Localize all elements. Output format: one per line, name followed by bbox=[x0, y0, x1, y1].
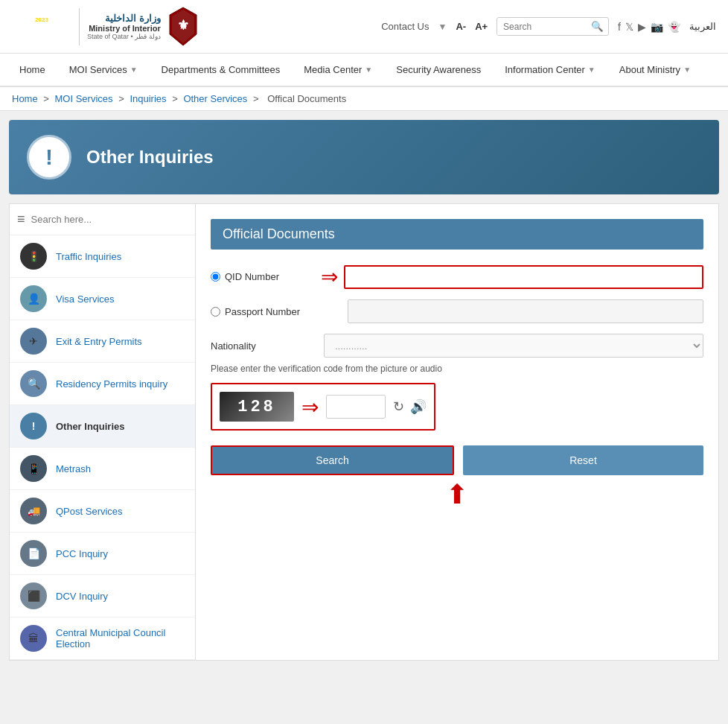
nav-security-awareness[interactable]: Security Awareness bbox=[384, 54, 493, 86]
moi-logo-text: وزارة الداخلية Ministry of Interior Stat… bbox=[87, 13, 161, 40]
twitter-icon[interactable]: 𝕏 bbox=[625, 21, 633, 33]
breadcrumb-home[interactable]: Home bbox=[12, 93, 38, 104]
nationality-select[interactable]: ............ bbox=[324, 334, 703, 358]
sidebar-item-metrash[interactable]: 📱 Metrash bbox=[10, 448, 195, 490]
nav-information-center[interactable]: Information Center ▼ bbox=[493, 54, 607, 86]
breadcrumb-other-services[interactable]: Other Services bbox=[183, 93, 247, 104]
search-button[interactable]: Search bbox=[211, 445, 454, 475]
nav-arrow-moi: ▼ bbox=[130, 66, 138, 74]
youtube-icon[interactable]: ▶ bbox=[638, 21, 646, 33]
nav-about-ministry[interactable]: About Ministry ▼ bbox=[607, 54, 703, 86]
breadcrumb-inquiries[interactable]: Inquiries bbox=[130, 93, 166, 104]
pcc-icon: 📄 bbox=[20, 540, 47, 567]
breadcrumb-sep-3: > bbox=[172, 93, 180, 104]
snapchat-icon[interactable]: 👻 bbox=[668, 21, 680, 33]
sidebar-item-pcc[interactable]: 📄 PCC Inquiry bbox=[10, 533, 195, 575]
captcha-arrow-icon: ⇒ bbox=[301, 395, 319, 419]
top-search-button[interactable]: 🔍 bbox=[587, 18, 608, 35]
qpost-icon: 🚚 bbox=[20, 498, 47, 524]
button-row: Search Reset bbox=[211, 445, 703, 475]
font-decrease-button[interactable]: A- bbox=[456, 21, 466, 32]
qid-label-text: QID Number bbox=[225, 271, 279, 282]
exclamation-icon: ! bbox=[45, 145, 53, 170]
top-bar: EXPO 2023 DOHA QATAR الدوحة قطر وزارة ال… bbox=[0, 0, 728, 54]
breadcrumb: Home > MOI Services > Inquiries > Other … bbox=[0, 87, 728, 111]
passport-radio-label[interactable]: Passport Number bbox=[211, 306, 315, 317]
sidebar-label-other: Other Inquiries bbox=[56, 421, 124, 432]
exit-icon: ✈ bbox=[20, 328, 47, 355]
traffic-icon: 🚦 bbox=[20, 243, 47, 270]
nav-moi-services[interactable]: MOI Services ▼ bbox=[57, 54, 150, 86]
sidebar-search-input[interactable] bbox=[31, 214, 188, 225]
sidebar-item-qpost[interactable]: 🚚 QPost Services bbox=[10, 490, 195, 533]
breadcrumb-moi-services[interactable]: MOI Services bbox=[55, 93, 113, 104]
hamburger-icon[interactable]: ≡ bbox=[17, 212, 25, 227]
top-search-bar: 🔍 bbox=[496, 17, 609, 36]
passport-input[interactable] bbox=[348, 299, 703, 323]
residency-icon: 🔍 bbox=[20, 370, 47, 397]
form-title: Official Documents bbox=[211, 219, 703, 250]
qid-radio-label[interactable]: QID Number bbox=[211, 271, 315, 282]
nav-arrow-media: ▼ bbox=[365, 66, 372, 74]
passport-label-text: Passport Number bbox=[225, 306, 300, 317]
sidebar-label-qpost: QPost Services bbox=[56, 506, 123, 517]
sidebar-search-row: ≡ bbox=[10, 204, 195, 235]
reset-button[interactable]: Reset bbox=[463, 445, 703, 475]
banner-icon: ! bbox=[27, 135, 71, 180]
arrow-down-icon: ▼ bbox=[438, 22, 447, 32]
sidebar-item-traffic[interactable]: 🚦 Traffic Inquiries bbox=[10, 235, 195, 278]
verification-note: Please enter the verification code from … bbox=[211, 363, 703, 374]
main-content: ≡ 🚦 Traffic Inquiries 👤 Visa Services ✈ … bbox=[9, 203, 719, 661]
nav-home[interactable]: Home bbox=[7, 54, 57, 86]
dcv-icon: ⬛ bbox=[20, 582, 47, 609]
logo-area: EXPO 2023 DOHA QATAR الدوحة قطر وزارة ال… bbox=[12, 6, 200, 47]
contact-us-link[interactable]: Contact Us bbox=[381, 21, 429, 32]
breadcrumb-sep-1: > bbox=[43, 93, 51, 104]
captcha-image: 128 bbox=[220, 392, 294, 422]
instagram-icon[interactable]: 📷 bbox=[651, 21, 663, 33]
nationality-label: Nationality bbox=[211, 340, 315, 352]
sidebar-label-metrash: Metrash bbox=[56, 463, 91, 474]
qid-input[interactable] bbox=[344, 265, 703, 289]
passport-radio[interactable] bbox=[211, 307, 220, 317]
form-area: Official Documents QID Number ⇒ Passport… bbox=[196, 204, 718, 660]
banner-title: Other Inquiries bbox=[86, 147, 214, 168]
sidebar-label-dcv: DCV Inquiry bbox=[56, 591, 108, 602]
passport-row: Passport Number bbox=[211, 299, 703, 323]
qid-radio[interactable] bbox=[211, 272, 220, 282]
moi-arabic-name: وزارة الداخلية bbox=[87, 13, 161, 24]
captcha-refresh-button[interactable]: ↻ bbox=[393, 398, 404, 415]
breadcrumb-current: Offical Documents bbox=[267, 93, 346, 104]
top-search-input[interactable] bbox=[497, 19, 587, 35]
sidebar-item-dcv[interactable]: ⬛ DCV Inquiry bbox=[10, 575, 195, 617]
top-right-controls: Contact Us ▼ A- A+ 🔍 f 𝕏 ▶ 📷 👻 العربية bbox=[381, 17, 716, 36]
other-inquiries-icon: ! bbox=[20, 413, 47, 439]
nav-departments[interactable]: Departments & Committees bbox=[150, 54, 293, 86]
up-arrow-icon: ⬆ bbox=[446, 481, 468, 508]
logo-divider bbox=[79, 8, 80, 45]
moi-state: State of Qatar • دولة قطر bbox=[87, 33, 161, 40]
page-banner: ! Other Inquiries bbox=[9, 120, 719, 194]
sidebar-item-exit-entry[interactable]: ✈ Exit & Entry Permits bbox=[10, 320, 195, 363]
moi-english-name: Ministry of Interior bbox=[87, 24, 161, 33]
sidebar-item-other-inquiries[interactable]: ! Other Inquiries bbox=[10, 405, 195, 448]
arabic-language-link[interactable]: العربية bbox=[689, 21, 716, 32]
font-increase-button[interactable]: A+ bbox=[475, 21, 488, 32]
sidebar-item-visa[interactable]: 👤 Visa Services bbox=[10, 278, 195, 320]
qid-row: QID Number ⇒ bbox=[211, 264, 703, 289]
sidebar-item-cmc[interactable]: 🏛 Central Municipal Council Election bbox=[10, 617, 195, 660]
nav-bar: Home MOI Services ▼ Departments & Commit… bbox=[0, 54, 728, 87]
sidebar-label-pcc: PCC Inquiry bbox=[56, 548, 108, 559]
captcha-input[interactable] bbox=[326, 395, 386, 419]
expo-logo: EXPO 2023 DOHA QATAR الدوحة قطر bbox=[12, 8, 71, 45]
search-arrow-annotation: ⬆ bbox=[211, 481, 703, 508]
captcha-controls: ↻ 🔊 bbox=[393, 398, 427, 415]
facebook-icon[interactable]: f bbox=[618, 21, 621, 33]
cmc-icon: 🏛 bbox=[20, 625, 47, 652]
captcha-audio-button[interactable]: 🔊 bbox=[410, 398, 427, 415]
sidebar-label-traffic: Traffic Inquiries bbox=[56, 251, 121, 262]
nav-media-center[interactable]: Media Center ▼ bbox=[292, 54, 384, 86]
sidebar-label-visa: Visa Services bbox=[56, 293, 115, 305]
sidebar-item-residency[interactable]: 🔍 Residency Permits inquiry bbox=[10, 363, 195, 405]
svg-text:⚜: ⚜ bbox=[177, 18, 189, 33]
